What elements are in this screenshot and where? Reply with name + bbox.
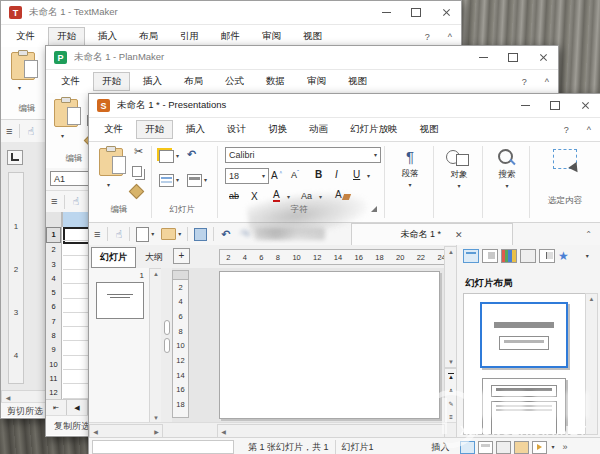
pm-menu-home[interactable]: 开始 <box>93 72 130 91</box>
pm-menu-review[interactable]: 审阅 <box>298 72 335 91</box>
sidebar-favorites-star-icon[interactable]: ★ <box>558 250 569 262</box>
tm-menu-insert[interactable]: 插入 <box>89 27 126 46</box>
tm-menu-mailings[interactable]: 邮件 <box>212 27 249 46</box>
pr-layout-option-2[interactable] <box>482 378 566 435</box>
pm-name-box[interactable]: A1 <box>50 171 90 186</box>
sidebar-colors-icon[interactable] <box>501 249 517 263</box>
pr-menu-design[interactable]: 设计 <box>218 120 255 139</box>
pm-prev-sheet-button[interactable]: ◀ <box>67 400 88 416</box>
view-handout-icon[interactable] <box>514 441 529 454</box>
pr-touch-mode-icon[interactable]: ☝ <box>110 229 127 240</box>
tm-touch-mode-icon[interactable]: ☝ <box>22 126 39 137</box>
pm-menu-file[interactable]: 文件 <box>52 72 89 91</box>
pr-prev-slide-button[interactable]: ▲ <box>448 373 454 380</box>
tm-paste-dropdown[interactable]: ▾ <box>18 85 21 91</box>
pr-paste-button[interactable] <box>99 148 123 176</box>
pm-paste-dropdown[interactable]: ▾ <box>61 133 64 139</box>
pr-new-document-icon[interactable] <box>136 227 149 242</box>
tm-menu-layout[interactable]: 布局 <box>130 27 167 46</box>
textmaker-minimize-button[interactable] <box>371 1 401 24</box>
pr-underline-dropdown[interactable]: ▾ <box>367 173 370 179</box>
pm-help-button[interactable]: ? <box>513 77 536 87</box>
pm-hamburger-menu-icon[interactable]: ≡ <box>46 196 62 207</box>
pm-menu-insert[interactable]: 插入 <box>134 72 171 91</box>
pr-object-button[interactable]: 对象 ▾ <box>438 146 480 216</box>
tm-help-button[interactable]: ? <box>416 32 439 42</box>
pr-new-slide-button[interactable] <box>159 150 174 163</box>
pr-paragraph-button[interactable]: ¶ 段落 ▾ <box>389 146 431 216</box>
planmaker-maximize-button[interactable] <box>498 46 528 69</box>
pr-status-field[interactable] <box>92 440 234 454</box>
pm-paste-button[interactable] <box>54 99 78 127</box>
pr-open-icon[interactable] <box>161 228 176 240</box>
pr-selection-button[interactable]: 选定内容 <box>535 146 595 216</box>
pr-slide-thumbnail[interactable] <box>96 282 144 319</box>
pr-font-size-combo[interactable]: 18 ▾ <box>225 168 269 184</box>
pr-menu-home[interactable]: 开始 <box>136 120 173 139</box>
presentations-maximize-button[interactable] <box>540 94 570 117</box>
view-notes-icon[interactable] <box>496 441 511 454</box>
pr-change-case-dropdown[interactable]: ▾ <box>319 194 322 200</box>
pr-menu-insert[interactable]: 插入 <box>177 120 214 139</box>
pr-panel-splitter[interactable] <box>161 268 172 422</box>
pr-help-button[interactable]: ? <box>555 125 578 135</box>
pr-underline-button[interactable]: U <box>353 169 360 180</box>
pm-menu-layout[interactable]: 布局 <box>175 72 212 91</box>
pr-layout-button[interactable] <box>159 174 174 187</box>
pr-status-overflow[interactable]: » <box>563 442 568 452</box>
presentations-close-button[interactable] <box>570 94 600 117</box>
pr-undo-icon[interactable]: ↶ <box>216 229 235 240</box>
sidebar-more-dropdown[interactable]: ▾ <box>586 253 589 259</box>
sidebar-notes-icon[interactable] <box>520 249 536 263</box>
pr-panel-hscroll[interactable]: ◀ ▶ <box>89 424 163 438</box>
pr-bold-button[interactable]: B <box>315 169 322 180</box>
pr-tabstop-button[interactable]: + <box>173 248 190 264</box>
pr-layout-option-1[interactable] <box>480 302 568 368</box>
pr-slide-canvas[interactable] <box>219 271 440 419</box>
pr-outline-tab[interactable]: 大纲 <box>137 248 171 267</box>
tm-menu-file[interactable]: 文件 <box>7 27 44 46</box>
pr-slide-design-button[interactable] <box>187 174 202 187</box>
pm-menu-view[interactable]: 视图 <box>339 72 376 91</box>
view-sorter-icon[interactable] <box>478 441 493 454</box>
pr-new-slide-dropdown[interactable]: ▾ <box>176 153 179 159</box>
planmaker-minimize-button[interactable] <box>468 46 498 69</box>
sidebar-layout-icon[interactable] <box>463 249 479 263</box>
pr-reset-slide-icon[interactable]: ↶ <box>187 148 196 161</box>
pr-search-button[interactable]: 搜索 ▾ <box>487 146 527 216</box>
pr-slides-tab[interactable]: 幻灯片 <box>91 247 136 268</box>
presentations-minimize-button[interactable] <box>510 94 540 117</box>
presentations-titlebar[interactable]: S 未命名 1 * - Presentations <box>89 94 600 118</box>
tm-menu-review[interactable]: 审阅 <box>253 27 290 46</box>
tm-menu-view[interactable]: 视图 <box>294 27 331 46</box>
pr-next-slide-button[interactable]: ▲ <box>448 387 454 393</box>
view-normal-icon[interactable] <box>460 441 475 454</box>
tm-menu-home[interactable]: 开始 <box>48 27 85 46</box>
tm-menu-references[interactable]: 引用 <box>171 27 208 46</box>
pr-document-tab-close-icon[interactable]: ✕ <box>455 230 463 240</box>
pm-row-headers[interactable]: 1 234 567 8910 1112 <box>46 227 62 399</box>
pr-redo-icon[interactable]: ↷ <box>235 229 254 240</box>
pr-menu-animations[interactable]: 动画 <box>300 120 337 139</box>
pm-touch-mode-icon[interactable]: ☝ <box>67 196 84 207</box>
pr-open-dropdown[interactable]: ▾ <box>178 231 181 237</box>
pr-annotate-button[interactable]: ✎ <box>448 400 453 407</box>
view-more-dropdown[interactable]: ▾ <box>552 444 555 450</box>
pr-slide-hscroll[interactable]: ◀ <box>217 424 445 438</box>
pr-menu-view[interactable]: 视图 <box>411 120 448 139</box>
pr-more-nav-button[interactable]: ≡ <box>449 414 453 420</box>
tm-hamburger-menu-icon[interactable]: ≡ <box>1 126 17 137</box>
pm-menu-data[interactable]: 数据 <box>257 72 294 91</box>
pr-change-case-button[interactable]: Aa <box>301 191 312 201</box>
pr-document-tab[interactable]: 未命名 1 * ✕ <box>351 223 513 245</box>
pr-layout-dropdown[interactable]: ▾ <box>176 177 179 183</box>
pr-layout-scrollbar[interactable]: ▲ <box>585 293 598 435</box>
planmaker-titlebar[interactable]: P 未命名 1 - PlanMaker <box>46 46 558 70</box>
pr-cut-icon[interactable]: ✂ <box>129 146 148 157</box>
pr-shrink-font-button[interactable]: Aˇ <box>291 169 299 180</box>
pm-menu-formulas[interactable]: 公式 <box>216 72 253 91</box>
pr-strikethrough-button[interactable]: ab <box>229 191 239 201</box>
planmaker-close-button[interactable] <box>528 46 558 69</box>
pr-subscript-button[interactable]: X <box>251 191 258 202</box>
pm-collapse-ribbon-button[interactable]: ^ <box>536 77 558 87</box>
